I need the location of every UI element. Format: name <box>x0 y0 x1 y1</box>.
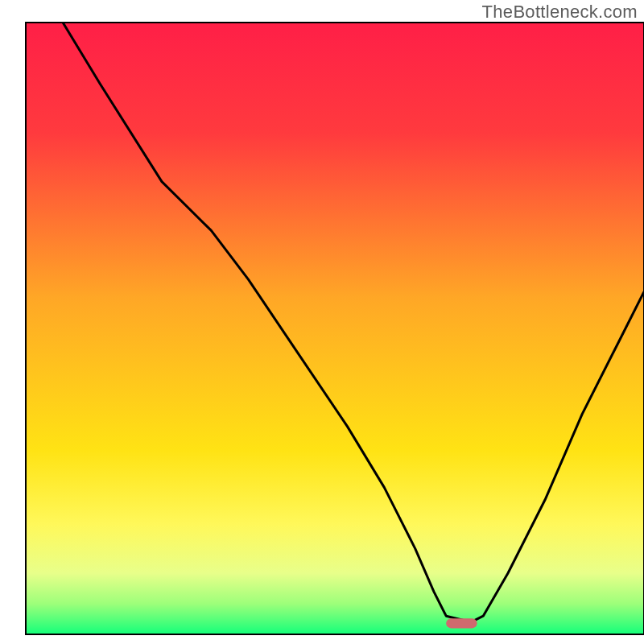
optimal-marker <box>446 618 477 628</box>
chart-stage: TheBottleneck.com <box>0 0 644 644</box>
watermark-text: TheBottleneck.com <box>482 2 638 23</box>
bottleneck-chart-svg <box>0 0 644 644</box>
